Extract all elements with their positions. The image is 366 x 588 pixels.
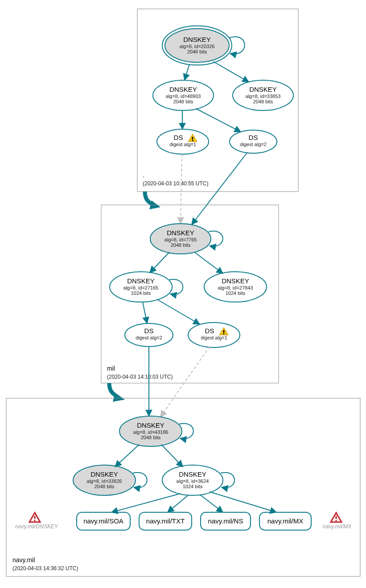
svg-text:digest alg=2: digest alg=2 (136, 335, 162, 340)
zone-mil-timestamp: (2020-04-03 14:10:03 UTC) (107, 374, 173, 380)
edge-mil-zsk1-ds1 (143, 302, 147, 323)
svg-text:digest alg=1: digest alg=1 (169, 142, 196, 147)
svg-text:2048 bits: 2048 bits (171, 242, 191, 248)
node-rr-mx: navy.mil/MX (259, 512, 311, 530)
svg-text:navy.mil/SOA: navy.mil/SOA (83, 517, 123, 525)
error-icon (331, 513, 341, 522)
svg-text:1024 bits: 1024 bits (131, 290, 151, 296)
node-mil-zsk1: DNSKEY alg=8, id=27165 1024 bits (110, 272, 172, 302)
svg-text:digest alg=1: digest alg=1 (201, 335, 227, 340)
zone-root-label: . (143, 172, 144, 179)
edge-zsk2-soa (111, 494, 181, 512)
svg-text:alg=8, id=27843: alg=8, id=27843 (218, 285, 253, 290)
edge-root-zsk1-ds2 (196, 109, 241, 132)
svg-text:2048 bits: 2048 bits (95, 484, 115, 489)
node-rr-soa: navy.mil/SOA (77, 512, 130, 530)
zone-mil-label: mil (107, 365, 115, 372)
svg-text:DS: DS (249, 134, 258, 141)
edge-root-ksk-zsk2 (213, 61, 249, 82)
edge-root-ksk-zsk1 (185, 64, 189, 80)
zone-root-timestamp: (2020-04-03 10:40:55 UTC) (143, 180, 208, 187)
svg-text:DS: DS (174, 134, 183, 141)
node-root-ksk: DNSKEY alg=8, id=20326 2048 bits (162, 26, 232, 65)
node-navy-ksk: DNSKEY alg=8, id=43186 2048 bits (119, 416, 182, 446)
svg-text:alg=8, id=20326: alg=8, id=20326 (180, 44, 215, 49)
edge-mil-zsk1-ds2 (157, 299, 200, 324)
zone-navy-timestamp: (2020-04-03 14:36:32 UTC) (12, 565, 78, 572)
svg-text:2048 bits: 2048 bits (173, 99, 193, 104)
svg-text:alg=8, id=33853: alg=8, id=33853 (246, 94, 281, 99)
svg-text:alg=8, id=43186: alg=8, id=43186 (133, 429, 169, 435)
edge-zsk2-txt (168, 495, 188, 512)
node-mil-ksk: DNSKEY alg=8, id=7765 2048 bits (150, 224, 211, 254)
svg-text:alg=8, id=27165: alg=8, id=27165 (123, 285, 159, 290)
node-navy-zsk2: DNSKEY alg=8, id=3624 1024 bits (162, 465, 223, 495)
edge-mil-ksk-zsk1 (150, 252, 169, 273)
svg-text:navy.mil/MX: navy.mil/MX (323, 523, 352, 530)
svg-text:DS: DS (144, 327, 154, 335)
svg-text:navy.mil/TXT: navy.mil/TXT (146, 517, 185, 525)
node-root-ds1: DS digest alg=1 (157, 129, 209, 154)
svg-text:alg=8, id=3624: alg=8, id=3624 (177, 478, 209, 484)
node-rr-ns: navy.mil/NS (201, 512, 251, 530)
edge-root-ds1-milksk (181, 154, 182, 224)
edge-navy-ksk-zsk1 (115, 445, 139, 467)
svg-text:navy.mil/DNSKEY: navy.mil/DNSKEY (15, 523, 58, 530)
svg-text:2048 bits: 2048 bits (187, 49, 207, 54)
svg-text:DNSKEY: DNSKEY (137, 421, 164, 429)
svg-text:DNSKEY: DNSKEY (167, 229, 194, 237)
node-mil-zsk2: DNSKEY alg=8, id=27843 1024 bits (204, 272, 267, 302)
svg-text:DNSKEY: DNSKEY (183, 36, 211, 43)
svg-text:alg=8, id=7765: alg=8, id=7765 (164, 237, 197, 242)
svg-text:DNSKEY: DNSKEY (169, 86, 197, 93)
node-root-zsk1: DNSKEY alg=8, id=48903 2048 bits (153, 80, 214, 110)
svg-text:DNSKEY: DNSKEY (222, 277, 249, 285)
edge-mil-ds2-navyksk (160, 347, 210, 417)
node-rr-txt: navy.mil/TXT (139, 512, 192, 530)
edge-root-ds2-milksk (192, 152, 247, 225)
svg-text:1024 bits: 1024 bits (226, 290, 246, 296)
error-right: navy.mil/MX (323, 513, 352, 530)
edge-navy-ksk-zsk2 (161, 445, 183, 467)
svg-text:2048 bits: 2048 bits (141, 435, 161, 440)
node-navy-zsk1: DNSKEY alg=8, id=33826 2048 bits (73, 465, 136, 495)
svg-text:alg=8, id=48903: alg=8, id=48903 (166, 94, 201, 99)
svg-text:DS: DS (205, 327, 214, 335)
svg-text:DNSKEY: DNSKEY (249, 86, 277, 93)
error-left: navy.mil/DNSKEY (15, 513, 58, 530)
edge-mil-ksk-zsk2 (194, 252, 223, 274)
svg-text:2048 bits: 2048 bits (253, 99, 273, 104)
svg-text:navy.mil/MX: navy.mil/MX (267, 517, 304, 525)
svg-text:DNSKEY: DNSKEY (127, 277, 155, 285)
svg-text:alg=8, id=33826: alg=8, id=33826 (87, 478, 122, 484)
zone-navy-label: navy.mil (12, 556, 35, 564)
svg-text:DNSKEY: DNSKEY (179, 470, 206, 478)
svg-text:DNSKEY: DNSKEY (90, 470, 118, 478)
node-root-zsk2: DNSKEY alg=8, id=33853 2048 bits (233, 80, 293, 110)
error-icon (29, 513, 40, 522)
svg-text:1024 bits: 1024 bits (183, 484, 203, 489)
svg-text:digest alg=2: digest alg=2 (240, 142, 267, 147)
node-mil-ds1: DS digest alg=2 (125, 323, 173, 347)
node-root-ds2: DS digest alg=2 (230, 130, 277, 153)
svg-text:navy.mil/NS: navy.mil/NS (208, 517, 243, 525)
edge-zsk2-ns (200, 494, 223, 512)
node-mil-ds2: DS digest alg=1 (188, 323, 240, 347)
